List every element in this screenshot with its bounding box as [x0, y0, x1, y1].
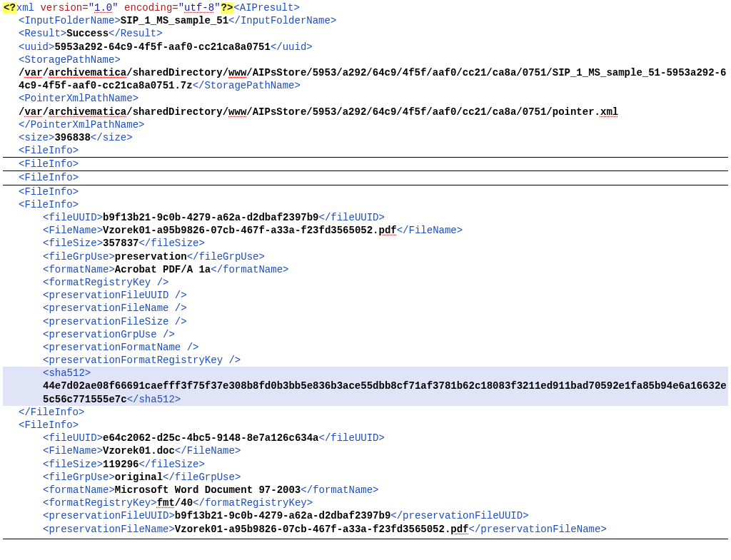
- storage-open: <StoragePathName>: [3, 54, 728, 66]
- f2-formatname: <formatName>Microsoft Word Document 97-2…: [3, 484, 728, 497]
- xml-encoding: utf-8: [184, 2, 214, 14]
- fileinfo-collapsed-3: <FileInfo>: [3, 171, 728, 185]
- root-open: AIPresult: [240, 2, 294, 14]
- f2-filesize: <fileSize>119296</fileSize>: [3, 458, 728, 471]
- f1-preservationformatregistrykey: <preservationFormatRegistryKey />: [3, 354, 728, 367]
- f1-filegrpuse: <fileGrpUse>preservation</fileGrpUse>: [3, 250, 728, 263]
- f2-preservationfilename: <preservationFileName>Vzorek01-a95b9826-…: [3, 523, 728, 536]
- uuid-line: <uuid>5953a292-64c9-4f5f-aaf0-cc21ca8a07…: [3, 41, 728, 54]
- f2-preservationfileuuid: <preservationFileUUID>b9f13b21-9c0b-4279…: [3, 509, 728, 522]
- fileinfo-collapsed-1: <FileInfo>: [3, 144, 728, 158]
- f1-sha512-open: <sha512>: [3, 367, 728, 380]
- size-line: <size>396838</size>: [3, 131, 728, 144]
- f1-fileuuid: <fileUUID>b9f13b21-9c0b-4279-a62a-d2dbaf…: [3, 211, 728, 224]
- f1-formatname: <formatName>Acrobat PDF/A 1a</formatName…: [3, 263, 728, 276]
- f2-fileuuid: <fileUUID>e64c2062-d25c-4bc5-9148-8e7a12…: [3, 432, 728, 444]
- f1-preservationformatname: <preservationFormatName />: [3, 341, 728, 354]
- xml-document: <?xml version="1.0" encoding="utf-8"?><A…: [0, 0, 731, 545]
- f1-preservationfilesize: <preservationFileSize />: [3, 315, 728, 328]
- f1-filesize: <fileSize>357837</fileSize>: [3, 237, 728, 250]
- f2-filename: <FileName>Vzorek01.doc</FileName>: [3, 444, 728, 457]
- fileinfo-collapsed-4: <FileInfo>: [3, 185, 728, 198]
- input-folder-line: <InputFolderName>SIP_1_MS_sample_51</Inp…: [3, 14, 728, 27]
- f1-formatregistrykey: <formatRegistryKey />: [3, 276, 728, 289]
- f1-preservationfileuuid: <preservationFileUUID />: [3, 289, 728, 302]
- storage-path: /var/archivematica/sharedDirectory/www/A…: [3, 66, 728, 92]
- f2-formatregistrykey: <formatRegistryKey>fmt/40</formatRegistr…: [3, 497, 728, 509]
- fileinfo-collapsed-2: <FileInfo>: [3, 158, 728, 171]
- pointer-open: <PointerXmlPathName>: [3, 92, 728, 105]
- xml-declaration: <?xml version="1.0" encoding="utf-8"?><A…: [3, 1, 728, 14]
- result-line: <Result>Success</Result>: [3, 27, 728, 40]
- f1-preservationfilename: <preservationFileName />: [3, 302, 728, 315]
- bottom-rule: [3, 539, 728, 539]
- pointer-path: /var/archivematica/sharedDirectory/www/A…: [3, 106, 728, 118]
- f1-preservationgrpuse: <preservationGrpUse />: [3, 328, 728, 341]
- fileinfo-open-2: <FileInfo>: [3, 419, 728, 432]
- selected-block: <sha512> 44e7d02ae08f66691caefff3f75f37e…: [3, 367, 728, 406]
- f1-sha512-value: 44e7d02ae08f66691caefff3f75f37e308b8fd0b…: [3, 380, 728, 405]
- fileinfo-open-1: <FileInfo>: [3, 198, 728, 211]
- xml-version: 1.0: [94, 2, 112, 14]
- f2-filegrpuse: <fileGrpUse>original</fileGrpUse>: [3, 471, 728, 484]
- pointer-close: </PointerXmlPathName>: [3, 118, 728, 131]
- f1-filename: <FileName>Vzorek01-a95b9826-07cb-467f-a3…: [3, 224, 728, 237]
- fileinfo-close-1: </FileInfo>: [3, 406, 728, 419]
